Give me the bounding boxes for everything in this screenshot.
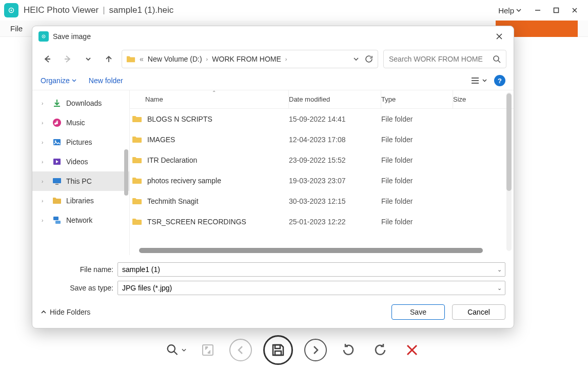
expand-icon[interactable]: › — [42, 120, 48, 126]
row-type: File folder — [381, 156, 453, 164]
dialog-footer: Hide Folders Save Cancel — [32, 299, 514, 328]
expand-icon[interactable]: › — [42, 198, 48, 204]
folder-tree: ›Downloads›Music›Pictures›Videos›This PC… — [32, 90, 130, 255]
maximize-button[interactable] — [547, 1, 565, 20]
dialog-titlebar: Save image — [32, 26, 514, 47]
network-icon — [52, 215, 62, 225]
rotate-right-button[interactable] — [370, 340, 390, 360]
minimize-button[interactable] — [528, 1, 547, 20]
tree-item-downloads[interactable]: ›Downloads — [32, 93, 129, 113]
search-box[interactable] — [383, 50, 506, 68]
chevron-down-icon[interactable]: ⌄ — [497, 285, 502, 292]
open-file-name: sample1 (1).heic — [109, 5, 174, 15]
nav-up-button[interactable] — [101, 51, 116, 67]
addr-folder[interactable]: WORK FROM HOME — [212, 55, 281, 63]
sort-asc-icon: ⌃ — [212, 90, 216, 95]
dialog-close-button[interactable] — [491, 28, 507, 45]
col-name[interactable]: Name⌃ — [130, 90, 289, 108]
help-menu[interactable]: Help — [498, 6, 521, 15]
tree-scrollbar-thumb[interactable] — [124, 149, 128, 196]
save-button[interactable] — [263, 335, 293, 365]
chevron-right-icon: › — [285, 56, 287, 62]
row-date: 15-09-2022 14:41 — [289, 115, 381, 123]
tree-item-network[interactable]: ›Network — [32, 210, 129, 230]
close-icon — [496, 33, 503, 40]
dialog-toolbar: Organize New folder ? — [32, 71, 514, 90]
tree-item-libraries[interactable]: ›Libraries — [32, 191, 129, 210]
list-vscrollbar-thumb[interactable] — [506, 93, 512, 191]
list-row[interactable]: ITR Declaration23-09-2022 15:52File fold… — [130, 150, 514, 170]
list-row[interactable]: BLOGS N SCRIPTS15-09-2022 14:41File fold… — [130, 109, 514, 129]
list-hscrollbar-thumb[interactable] — [139, 248, 483, 253]
new-folder-button[interactable]: New folder — [89, 76, 123, 85]
col-size[interactable]: Size — [453, 90, 489, 108]
view-menu[interactable] — [471, 77, 487, 84]
tree-item-label: This PC — [66, 177, 92, 185]
expand-icon[interactable]: › — [42, 140, 48, 145]
music-icon — [52, 118, 62, 128]
folder-icon — [130, 135, 145, 144]
expand-icon[interactable]: › — [42, 101, 48, 106]
svg-rect-17 — [53, 139, 61, 145]
col-type[interactable]: Type — [381, 90, 453, 108]
tree-item-this-pc[interactable]: ›This PC — [32, 171, 129, 191]
zoom-button[interactable] — [166, 340, 186, 360]
addr-dropdown-icon[interactable] — [353, 57, 359, 61]
expand-icon[interactable]: › — [42, 179, 48, 184]
row-date: 25-01-2023 12:22 — [289, 218, 381, 226]
hide-folders-toggle[interactable]: Hide Folders — [41, 308, 90, 316]
list-row[interactable]: TSR_SCREEN RECORDINGS25-01-2023 12:22Fil… — [130, 211, 514, 232]
chevron-right-icon: › — [206, 56, 208, 62]
floppy-disk-icon — [270, 342, 286, 358]
nav-recent-button[interactable] — [81, 51, 96, 67]
next-button[interactable] — [304, 339, 327, 361]
nav-forward-button[interactable] — [60, 51, 75, 67]
col-date[interactable]: Date modified — [289, 90, 381, 108]
chevron-down-icon — [85, 57, 91, 61]
tree-item-music[interactable]: ›Music — [32, 113, 129, 132]
save-dialog-cancel-button[interactable]: Cancel — [452, 304, 505, 320]
expand-icon[interactable]: › — [42, 218, 48, 223]
fullscreen-button[interactable] — [198, 340, 218, 360]
folder-icon — [130, 197, 145, 205]
row-name: photos recivery sample — [145, 177, 289, 185]
help-button[interactable]: ? — [494, 75, 505, 86]
tree-item-videos[interactable]: ›Videos — [32, 152, 129, 171]
menu-file[interactable]: File — [10, 24, 23, 33]
tree-item-pictures[interactable]: ›Pictures — [32, 132, 129, 152]
close-button[interactable] — [565, 1, 584, 20]
download-icon — [52, 98, 62, 108]
delete-button[interactable] — [402, 340, 422, 360]
rotate-left-button[interactable] — [338, 340, 359, 360]
svg-rect-21 — [55, 184, 58, 185]
list-row[interactable]: photos recivery sample19-03-2023 23:07Fi… — [130, 170, 514, 191]
chevron-down-icon — [482, 79, 487, 82]
nav-back-button[interactable] — [40, 51, 55, 67]
svg-line-5 — [174, 352, 177, 355]
organize-menu[interactable]: Organize — [41, 76, 76, 85]
pictures-icon — [52, 137, 62, 147]
address-bar[interactable]: « New Volume (D:) › WORK FROM HOME › — [122, 50, 378, 68]
save-type-select[interactable]: JPG files (*.jpg)⌄ — [117, 281, 505, 295]
list-row[interactable]: IMAGES12-04-2023 17:08File folder — [130, 129, 514, 150]
search-icon[interactable] — [493, 55, 501, 63]
folder-icon — [130, 177, 145, 185]
row-date: 30-03-2023 12:15 — [289, 197, 381, 205]
search-input[interactable] — [389, 55, 493, 63]
expand-icon[interactable]: › — [42, 159, 48, 165]
chevron-down-icon[interactable]: ⌄ — [497, 266, 502, 273]
save-dialog-save-button[interactable]: Save — [391, 304, 445, 320]
row-type: File folder — [381, 177, 453, 185]
close-x-icon — [405, 343, 419, 357]
svg-line-12 — [498, 61, 500, 63]
dialog-title: Save image — [53, 32, 91, 41]
addr-drive[interactable]: New Volume (D:) — [148, 55, 202, 63]
list-view-icon — [471, 77, 479, 84]
file-name-input[interactable]: sample1 (1)⌄ — [117, 262, 505, 277]
save-type-label: Save as type: — [41, 284, 117, 292]
refresh-icon[interactable] — [364, 54, 374, 64]
svg-rect-22 — [53, 217, 58, 220]
tree-item-label: Videos — [66, 158, 88, 166]
list-row[interactable]: Techmith Snagit30-03-2023 12:15File fold… — [130, 191, 514, 211]
previous-button[interactable] — [229, 339, 252, 361]
